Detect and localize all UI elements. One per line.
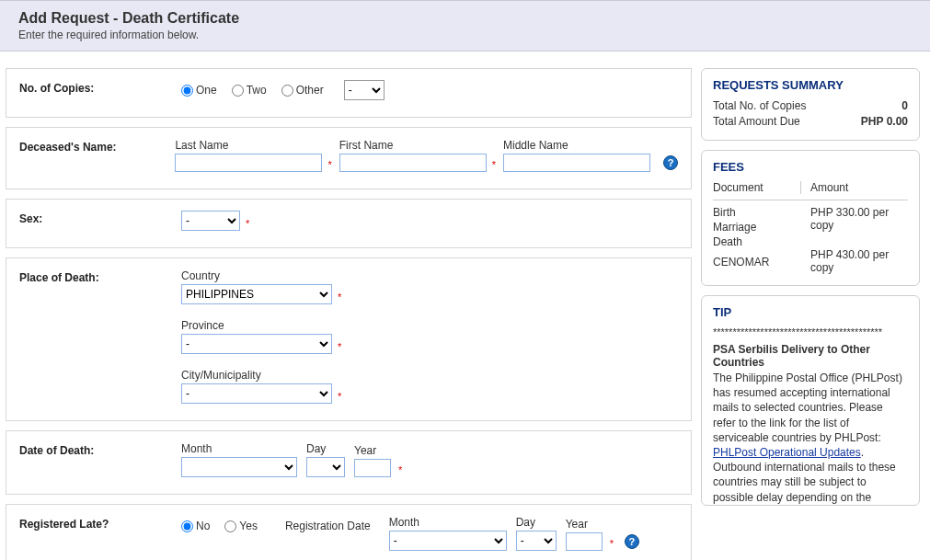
page-subtitle: Enter the required information below. [18,29,912,41]
late-radio-no[interactable]: No [181,520,210,532]
country-label: Country [181,269,678,282]
section-deceased-name: Deceased's Name: Last Name * First Name … [6,127,692,189]
last-name-label: Last Name [175,139,322,152]
help-icon[interactable]: ? [663,155,678,170]
page-header: Add Request - Death Certificate Enter th… [0,0,930,51]
late-radio-yes[interactable]: Yes [224,520,258,532]
sex-select[interactable]: - [181,211,240,231]
dod-year-label: Year [354,444,391,457]
province-select[interactable]: - [181,334,332,354]
place-label: Place of Death: [19,269,181,284]
tip-title: TIP [713,305,908,319]
fees-doc-death: Death [713,235,801,248]
fees-amount-330: PHP 330.00 per copy [810,206,908,232]
sex-label: Sex: [19,211,181,225]
copies-radio-other[interactable]: Other [281,84,324,97]
help-icon[interactable]: ? [625,534,639,549]
reg-month-label: Month [389,516,507,529]
required-marker: * [338,391,341,402]
dod-month-label: Month [181,442,297,455]
panel-tip: TIP ************************************… [701,295,920,506]
registration-date-label: Registration Date [285,516,371,532]
tip-link[interactable]: PHLPost Operational Updates [713,446,861,459]
fees-doc-birth: Birth [713,206,801,219]
copies-radio-other-input[interactable] [281,85,293,97]
page-title: Add Request - Death Certificate [18,10,912,27]
dod-day-label: Day [306,442,345,455]
fees-doc-marriage: Marriage [713,221,801,234]
deceased-label: Deceased's Name: [19,139,175,154]
summary-copies-label: Total No. of Copies [713,99,806,112]
copies-label: No. of Copies: [19,80,181,95]
tip-separator: ****************************************… [713,326,908,337]
summary-title: REQUESTS SUMMARY [713,78,908,92]
late-radio-yes-input[interactable] [224,520,236,532]
copies-other-select[interactable]: - [344,80,385,100]
first-name-input[interactable] [339,154,487,172]
section-date-of-death: Date of Death: Month Day [6,430,692,495]
middle-name-label: Middle Name [503,139,650,152]
form-column: No. of Copies: One Two Other [6,68,692,560]
reg-day-label: Day [516,516,557,529]
reg-month-select[interactable]: - [389,531,507,551]
fees-col-document: Document [713,181,801,194]
summary-copies-value: 0 [901,99,908,112]
dod-month-select[interactable] [181,457,297,477]
panel-fees: FEES Document Amount Birth Marriage Deat… [701,150,920,286]
reg-day-select[interactable]: - [516,531,557,551]
dod-year-input[interactable] [354,459,391,477]
copies-radio-two-input[interactable] [232,85,244,97]
copies-radio-one[interactable]: One [181,84,217,97]
middle-name-input[interactable] [503,154,650,172]
reg-year-input[interactable] [566,532,603,551]
required-marker: * [338,291,341,303]
summary-amount-label: Total Amount Due [713,115,800,128]
panel-requests-summary: REQUESTS SUMMARY Total No. of Copies 0 T… [701,68,920,141]
fees-amount-430: PHP 430.00 per copy [810,248,908,274]
summary-amount-value: PHP 0.00 [861,115,908,128]
late-radio-no-input[interactable] [181,520,193,532]
required-marker: * [327,159,331,170]
tip-heading: PSA Serbilis Delivery to Other Countries [713,343,908,369]
fees-col-amount: Amount [801,181,848,194]
province-label: Province [181,319,678,332]
fees-title: FEES [713,160,908,174]
tip-body: The Philippine Postal Office (PHLPost) h… [713,371,908,505]
sidebar-column: REQUESTS SUMMARY Total No. of Copies 0 T… [701,68,920,560]
required-marker: * [610,538,614,549]
section-registered-late: Registered Late? No Yes Registration Dat… [6,504,692,560]
fees-doc-cenomar: CENOMAR [713,256,801,269]
first-name-label: First Name [339,139,487,152]
required-marker: * [398,464,402,475]
section-sex: Sex: - * [6,199,692,248]
dod-day-select[interactable] [306,457,345,477]
date-of-death-label: Date of Death: [19,442,181,457]
section-copies: No. of Copies: One Two Other [6,68,692,118]
last-name-input[interactable] [175,154,322,172]
copies-radio-two[interactable]: Two [232,84,267,97]
city-label: City/Municipality [181,369,678,382]
required-marker: * [492,159,496,170]
country-select[interactable]: PHILIPPINES [181,284,332,304]
late-label: Registered Late? [19,516,181,531]
required-marker: * [246,218,249,229]
reg-year-label: Year [566,518,603,531]
required-marker: * [338,341,341,352]
section-place-of-death: Place of Death: Country PHILIPPINES * Pr… [6,257,692,421]
copies-radio-one-input[interactable] [181,85,193,97]
city-select[interactable]: - [181,383,332,404]
